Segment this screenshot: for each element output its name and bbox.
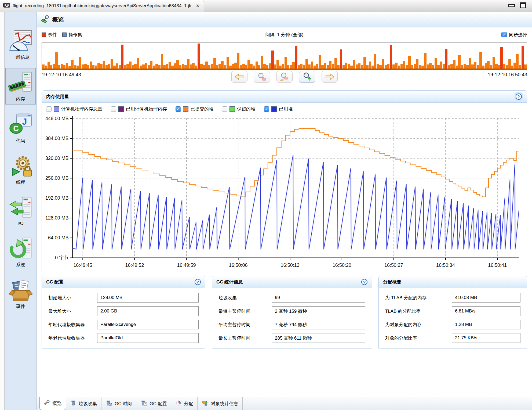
summary-cards-row: GC 配置 ? 初始堆大小128.00 MB最大堆大小2.00 GB年轻代垃圾收… (42, 276, 527, 348)
reserved-heap-checkbox[interactable] (222, 106, 227, 112)
series-toggle-label: 已用堆 (279, 106, 293, 112)
field-value[interactable]: 2 毫秒 159 微秒 (272, 306, 365, 316)
series-toggle-total-physical[interactable]: 计算机物理内存总量 (46, 106, 102, 112)
event-bar (403, 61, 405, 69)
gc-config-help-button[interactable]: ? (195, 279, 201, 285)
event-timeline-strip[interactable] (42, 42, 527, 70)
total-physical-checkbox[interactable] (46, 106, 52, 112)
sidebar-item-io[interactable]: I/O (5, 193, 36, 229)
zoom-selection-button[interactable] (276, 71, 293, 83)
memory-usage-chart[interactable]: 448.00 MB384.00 MB320.00 MB256.00 MB192.… (42, 113, 527, 271)
event-bar (227, 57, 229, 70)
used-heap-checkbox[interactable] (264, 106, 269, 112)
y-tick-label: 448.00 MB (45, 116, 69, 121)
legend-label: 操作集 (68, 32, 82, 38)
sidebar-item-threads[interactable]: 线程 (5, 151, 36, 188)
sidebar-item-general[interactable]: 一般信息 (5, 26, 36, 63)
field-label: 初始堆大小 (48, 295, 97, 301)
event-bar (129, 62, 132, 70)
event-bar (137, 58, 139, 69)
event-bar (516, 54, 519, 70)
sidebar-item-label: 事件 (16, 303, 25, 310)
x-tick-label: 16:50:20 (333, 262, 351, 268)
help-icon: ? (361, 279, 367, 285)
close-icon[interactable]: ✕ (196, 3, 199, 9)
memory-usage-help-button[interactable]: ? (515, 92, 523, 100)
event-bar (292, 62, 295, 69)
field-value[interactable]: 7 毫秒 794 微秒 (272, 320, 365, 329)
field-value[interactable]: ParallelScavenge (97, 320, 199, 329)
titlebar: flight_recording_180131iogithubkimmkingg… (0, 0, 532, 12)
pan-left-button[interactable] (231, 71, 247, 83)
field-value[interactable]: 128.00 MB (97, 293, 199, 303)
event-bar (329, 61, 332, 69)
series-toggle-committed-heap[interactable]: 已提交的堆 (176, 106, 213, 112)
series-toggle-used-heap[interactable]: 已用堆 (264, 106, 293, 112)
field-label: 最长主暂停时间 (218, 335, 272, 341)
gc-config-panel: GC 配置 ? 初始堆大小128.00 MB最大堆大小2.00 GB年轻代垃圾收… (42, 276, 205, 348)
jfr-file-icon (3, 3, 10, 9)
tab-obj-stats[interactable]: 对象统计信息 (198, 397, 243, 410)
field-row: 最长主暂停时间285 毫秒 611 微秒 (218, 333, 365, 343)
tab-alloc[interactable]: 分配 (171, 397, 198, 410)
tab-gc-time[interactable]: GC 时间 (101, 397, 136, 410)
trash-clock-icon (106, 400, 112, 407)
event-bar (424, 53, 427, 69)
event-bar (285, 57, 287, 69)
event-bar (79, 57, 81, 70)
tab-gc[interactable]: 垃圾收集 (66, 397, 101, 410)
zoom-in-button[interactable] (299, 71, 315, 83)
committed-heap-checkbox[interactable] (176, 106, 181, 112)
threads-gear-icon (8, 154, 33, 179)
gc-stats-help-button[interactable]: ? (361, 279, 367, 285)
tab-gc-config[interactable]: GC 配置 (136, 397, 171, 410)
sidebar-item-label: 代码 (16, 138, 25, 144)
object-stats-icon (202, 400, 208, 407)
field-value[interactable]: 6.81 MB/s (452, 306, 520, 316)
committed-heap-series (72, 128, 519, 197)
series-toggle-label: 已提交的堆 (191, 106, 213, 112)
field-value[interactable]: 1.28 MB (452, 320, 520, 329)
series-toggle-used-physical[interactable]: 已用计算机物理内存 (111, 106, 167, 112)
series-toggle-reserved-heap[interactable]: 保留的堆 (222, 106, 255, 112)
field-value[interactable]: 285 毫秒 611 微秒 (272, 333, 365, 343)
used-physical-checkbox[interactable] (111, 106, 116, 112)
timeline-nav-row: 19-12-10 16:49:43 19-12-10 16:50:43 (42, 70, 527, 88)
event-bar (445, 49, 447, 69)
range-start-timestamp: 19-12-10 16:49:43 (42, 72, 81, 78)
sidebar-item-code[interactable]: J C 代码 (5, 109, 36, 146)
total-physical-color-swatch (54, 106, 59, 112)
event-bar (48, 62, 50, 69)
tab-label: GC 配置 (150, 401, 167, 407)
field-value[interactable]: 410.08 MB (452, 293, 520, 303)
tab-overview[interactable]: 概览 (39, 397, 66, 410)
event-bar (237, 53, 239, 69)
field-value[interactable]: 2.00 GB (97, 306, 199, 316)
sync-selection-checkbox[interactable] (501, 32, 507, 37)
y-tick-label: 384.00 MB (45, 136, 69, 141)
event-bar (369, 62, 371, 69)
maximize-icon[interactable] (520, 2, 526, 9)
field-value[interactable]: 99 (272, 293, 365, 303)
event-bar (319, 55, 321, 69)
system-recycle-icon (8, 236, 33, 261)
sidebar-item-events[interactable]: 事件 (5, 275, 36, 312)
field-value[interactable]: ParallelOld (97, 333, 199, 343)
editor-tab[interactable]: flight_recording_180131iogithubkimmkingg… (0, 0, 204, 12)
overview-tab-icon (44, 400, 50, 407)
field-value[interactable]: 21.75 KB/s (452, 333, 520, 343)
memory-usage-panel: 内存使用量 ? 计算机物理内存总量已用计算机物理内存已提交的堆保留的堆已用堆 4… (42, 90, 527, 271)
y-tick-label: 64.00 MB (48, 235, 69, 240)
event-bar (187, 59, 190, 69)
zoom-out-button[interactable] (254, 71, 270, 83)
help-icon: ? (195, 279, 201, 285)
sidebar-item-system[interactable]: 系统 (5, 233, 36, 270)
pan-right-button[interactable] (322, 71, 338, 83)
legend-item-operation-set: 操作集 (62, 32, 82, 38)
sidebar-item-label: I/O (17, 221, 24, 226)
event-bar (90, 62, 92, 69)
sidebar-item-memory[interactable]: 内存 (5, 68, 36, 105)
allocation-summary-title: 分配概要 (383, 279, 401, 285)
minimize-icon[interactable] (508, 3, 515, 8)
event-bar (271, 51, 274, 69)
